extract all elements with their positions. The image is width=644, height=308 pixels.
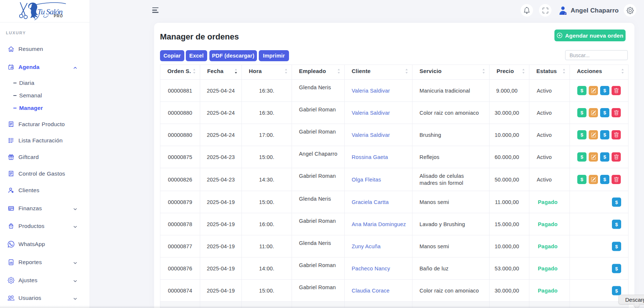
- svg-text:PRO: PRO: [54, 14, 63, 18]
